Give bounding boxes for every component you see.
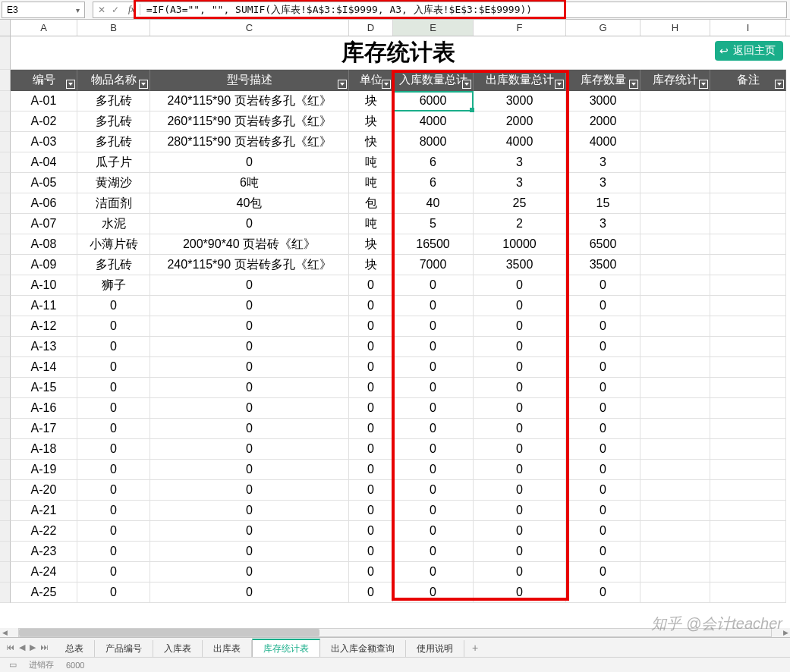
cell-stock[interactable]: 3 — [566, 173, 640, 193]
cell-name[interactable]: 瓜子片 — [77, 152, 150, 173]
cell-id[interactable]: A-02 — [11, 111, 77, 132]
cell-stock[interactable]: 3000 — [566, 91, 640, 111]
cell-remark[interactable] — [710, 132, 786, 152]
row-header[interactable] — [0, 91, 11, 111]
cell-model[interactable]: 0 — [150, 152, 349, 173]
cell-in-qty[interactable]: 0 — [393, 296, 474, 316]
cell-in-qty[interactable]: 0 — [393, 480, 474, 501]
cell-in-qty[interactable]: 0 — [393, 357, 474, 378]
cell-name[interactable]: 0 — [77, 378, 150, 398]
col-hdr-id[interactable]: 编号 — [11, 70, 77, 91]
scroll-right-icon[interactable]: ▶ — [781, 628, 790, 637]
cell-in-qty[interactable]: 0 — [393, 316, 474, 337]
cell-remark[interactable] — [710, 439, 786, 460]
cell-model[interactable]: 0 — [150, 337, 349, 357]
cell-id[interactable]: A-07 — [11, 214, 77, 234]
filter-icon[interactable] — [629, 80, 638, 89]
cell-stock[interactable]: 0 — [566, 439, 640, 460]
cell-remark[interactable] — [710, 316, 786, 337]
cell-out-qty[interactable]: 3000 — [474, 91, 566, 111]
row-header[interactable] — [0, 480, 11, 501]
cell-id[interactable]: A-14 — [11, 357, 77, 378]
col-hdr-out[interactable]: 出库数量总计 — [474, 70, 566, 91]
row-header[interactable] — [0, 111, 11, 132]
cell-out-qty[interactable]: 2 — [474, 214, 566, 234]
cell-unit[interactable]: 块 — [349, 111, 393, 132]
cell-in-qty[interactable]: 0 — [393, 419, 474, 439]
cell-out-qty[interactable]: 0 — [474, 296, 566, 316]
row-header[interactable] — [0, 316, 11, 337]
cell-stock[interactable]: 0 — [566, 562, 640, 583]
row-header[interactable] — [0, 275, 11, 296]
col-hdr-stat[interactable]: 库存统计 — [640, 70, 710, 91]
sheet-tab[interactable]: 库存统计表 — [252, 639, 320, 657]
cell-out-qty[interactable]: 0 — [474, 398, 566, 419]
cell-model[interactable]: 0 — [150, 542, 349, 562]
cell-name[interactable]: 0 — [77, 398, 150, 419]
cell-name[interactable]: 0 — [77, 316, 150, 337]
cell-stock[interactable]: 0 — [566, 419, 640, 439]
cell-stat[interactable] — [640, 378, 710, 398]
cell-id[interactable]: A-05 — [11, 173, 77, 193]
cell-out-qty[interactable]: 0 — [474, 521, 566, 542]
cell-out-qty[interactable]: 0 — [474, 378, 566, 398]
select-all-corner[interactable] — [0, 20, 11, 36]
row-header[interactable] — [0, 234, 11, 255]
cell-name[interactable]: 黄湖沙 — [77, 173, 150, 193]
cell-stat[interactable] — [640, 91, 710, 111]
tab-nav-first-icon[interactable]: ⏮ — [5, 642, 16, 652]
cell-unit[interactable]: 0 — [349, 398, 393, 419]
cell-remark[interactable] — [710, 501, 786, 521]
cell-unit[interactable]: 0 — [349, 275, 393, 296]
cell-stat[interactable] — [640, 132, 710, 152]
cell-model[interactable]: 0 — [150, 398, 349, 419]
cell-unit[interactable]: 0 — [349, 439, 393, 460]
cell-model[interactable]: 0 — [150, 296, 349, 316]
cell-unit[interactable]: 包 — [349, 193, 393, 214]
cell-stat[interactable] — [640, 501, 710, 521]
cell-out-qty[interactable]: 0 — [474, 419, 566, 439]
row-header-2[interactable] — [0, 70, 11, 91]
cell-stock[interactable]: 0 — [566, 480, 640, 501]
cell-stock[interactable]: 0 — [566, 378, 640, 398]
cell-stock[interactable]: 0 — [566, 296, 640, 316]
cell-out-qty[interactable]: 2000 — [474, 111, 566, 132]
cell-out-qty[interactable]: 0 — [474, 562, 566, 583]
col-header-G[interactable]: G — [566, 20, 640, 36]
cell-id[interactable]: A-16 — [11, 398, 77, 419]
cell-stock[interactable]: 0 — [566, 501, 640, 521]
cell-model[interactable]: 0 — [150, 460, 349, 480]
row-header[interactable] — [0, 152, 11, 173]
cell-id[interactable]: A-13 — [11, 337, 77, 357]
cell-name[interactable]: 多孔砖 — [77, 132, 150, 152]
cell-stock[interactable]: 0 — [566, 337, 640, 357]
row-header[interactable] — [0, 337, 11, 357]
cell-unit[interactable]: 0 — [349, 316, 393, 337]
cell-unit[interactable]: 0 — [349, 583, 393, 603]
cell-in-qty[interactable]: 0 — [393, 337, 474, 357]
cell-id[interactable]: A-18 — [11, 439, 77, 460]
cell-name[interactable]: 0 — [77, 460, 150, 480]
cell-in-qty[interactable]: 8000 — [393, 132, 474, 152]
row-header[interactable] — [0, 296, 11, 316]
cell-name[interactable]: 多孔砖 — [77, 255, 150, 275]
cell-out-qty[interactable]: 10000 — [474, 234, 566, 255]
cell-stat[interactable] — [640, 542, 710, 562]
cell-out-qty[interactable]: 0 — [474, 316, 566, 337]
cell-out-qty[interactable]: 0 — [474, 460, 566, 480]
row-header[interactable] — [0, 562, 11, 583]
cell-name[interactable]: 0 — [77, 296, 150, 316]
cell-stat[interactable] — [640, 234, 710, 255]
cell-unit[interactable]: 块 — [349, 255, 393, 275]
cell-stat[interactable] — [640, 316, 710, 337]
cell-out-qty[interactable]: 4000 — [474, 132, 566, 152]
filter-icon[interactable] — [66, 80, 75, 89]
cell-id[interactable]: A-09 — [11, 255, 77, 275]
cell-model[interactable]: 40包 — [150, 193, 349, 214]
cell-stock[interactable]: 3 — [566, 214, 640, 234]
filter-icon[interactable] — [775, 80, 784, 89]
cell-in-qty[interactable]: 40 — [393, 193, 474, 214]
cell-name[interactable]: 0 — [77, 562, 150, 583]
cell-remark[interactable] — [710, 521, 786, 542]
cell-out-qty[interactable]: 0 — [474, 480, 566, 501]
